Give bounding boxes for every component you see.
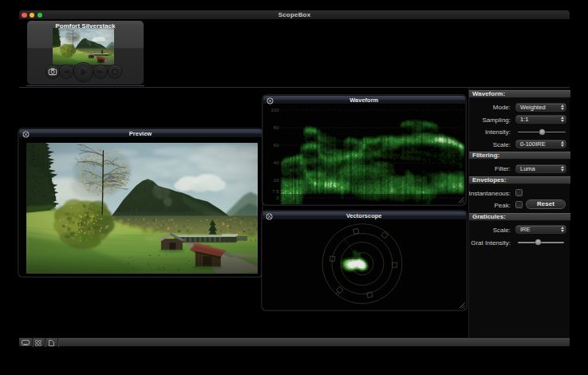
svg-text:40: 40 <box>273 160 278 165</box>
svg-text:80: 80 <box>273 125 278 130</box>
svg-text:0: 0 <box>276 195 279 200</box>
svg-text:60: 60 <box>273 143 278 148</box>
svg-text:100: 100 <box>270 108 279 112</box>
svg-text:7.5: 7.5 <box>272 189 279 194</box>
svg-text:20: 20 <box>273 178 278 183</box>
